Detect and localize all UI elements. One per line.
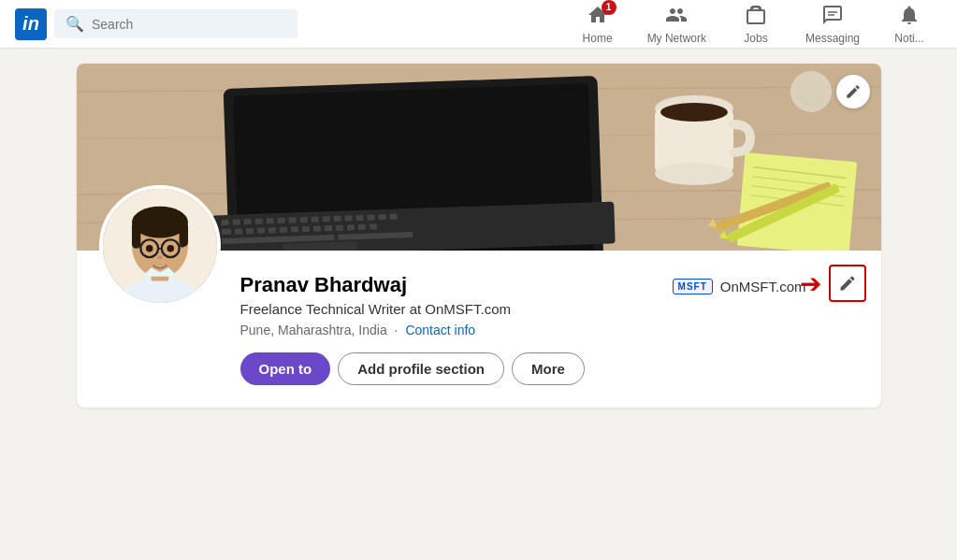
home-label: Home (583, 32, 613, 45)
svg-rect-36 (346, 224, 354, 230)
notifications-label: Noti... (894, 32, 923, 45)
annotation-arrow: ➔ (800, 268, 821, 299)
svg-rect-22 (367, 214, 374, 220)
svg-rect-18 (322, 216, 329, 222)
network-icon (665, 4, 688, 30)
svg-rect-20 (344, 215, 352, 221)
search-input[interactable] (92, 17, 286, 32)
svg-point-71 (157, 255, 163, 259)
svg-rect-29 (268, 227, 275, 233)
svg-rect-19 (333, 216, 341, 222)
svg-line-68 (179, 246, 183, 247)
notifications-icon (898, 4, 921, 30)
svg-rect-31 (290, 226, 297, 232)
svg-rect-25 (221, 229, 230, 235)
network-label: My Network (647, 32, 706, 45)
profile-card: ➔ MSFT OnMSFT.com Pranav Bhardwaj Freela… (77, 64, 881, 408)
svg-point-45 (660, 103, 728, 122)
svg-rect-23 (378, 214, 385, 220)
svg-point-56 (796, 77, 826, 107)
nav-item-notifications[interactable]: Noti... (877, 0, 942, 49)
home-badge: 1 (602, 0, 616, 15)
svg-rect-62 (131, 223, 139, 249)
svg-line-67 (136, 246, 140, 247)
nav-item-messaging[interactable]: Messaging (789, 0, 877, 49)
svg-point-70 (167, 245, 174, 252)
company-badge: MSFT OnMSFT.com (673, 279, 806, 294)
search-bar[interactable]: 🔍 (54, 9, 297, 38)
svg-rect-33 (312, 225, 320, 231)
nav-item-jobs[interactable]: Jobs (723, 0, 789, 49)
open-to-button[interactable]: Open to (240, 352, 331, 385)
svg-rect-11 (243, 219, 251, 224)
add-profile-section-button[interactable]: Add profile section (338, 352, 504, 385)
svg-rect-16 (299, 217, 307, 223)
svg-rect-15 (288, 217, 296, 223)
svg-rect-37 (357, 224, 365, 230)
svg-rect-28 (256, 228, 264, 234)
profile-location: Pune, Maharashtra, India · Contact info (240, 323, 859, 337)
svg-rect-13 (266, 218, 273, 223)
edit-profile-button[interactable] (829, 265, 866, 302)
action-buttons: Open to Add profile section More (240, 352, 859, 385)
svg-rect-38 (369, 223, 376, 229)
nav-icons: 1 Home My Network Jobs Messaging (565, 0, 942, 49)
avatar (99, 185, 221, 307)
search-icon: 🔍 (65, 15, 84, 33)
navbar: in 🔍 1 Home My Network Jobs (0, 0, 957, 49)
svg-rect-32 (301, 226, 309, 232)
svg-rect-17 (311, 217, 318, 223)
main-content: ➔ MSFT OnMSFT.com Pranav Bhardwaj Freela… (58, 49, 900, 423)
svg-rect-10 (232, 219, 239, 224)
company-logo: MSFT (673, 279, 713, 294)
svg-rect-63 (179, 223, 187, 247)
svg-rect-9 (221, 220, 228, 225)
more-button[interactable]: More (512, 352, 585, 385)
messaging-icon (821, 4, 844, 30)
nav-item-home[interactable]: 1 Home (565, 0, 631, 49)
home-icon: 1 (587, 4, 609, 30)
messaging-label: Messaging (805, 32, 860, 45)
svg-rect-21 (355, 215, 363, 221)
svg-rect-30 (279, 227, 286, 233)
nav-item-network[interactable]: My Network (631, 0, 723, 49)
svg-rect-34 (324, 225, 331, 231)
company-name: OnMSFT.com (720, 279, 806, 294)
edit-pencil-wrapper: ➔ (800, 265, 866, 302)
jobs-icon (745, 4, 767, 30)
profile-title: Freelance Technical Writer at OnMSFT.com (240, 301, 859, 317)
svg-rect-24 (389, 214, 397, 220)
cover-edit-button[interactable] (836, 75, 870, 108)
linkedin-logo[interactable]: in (15, 8, 47, 40)
jobs-label: Jobs (744, 32, 767, 45)
svg-rect-26 (234, 228, 241, 234)
svg-rect-12 (254, 219, 262, 224)
avatar-image (103, 189, 217, 303)
svg-rect-35 (335, 225, 342, 231)
svg-point-69 (145, 245, 152, 252)
contact-info-link[interactable]: Contact info (405, 323, 475, 337)
svg-rect-14 (277, 218, 284, 223)
svg-point-44 (655, 163, 733, 185)
svg-rect-27 (245, 228, 253, 234)
